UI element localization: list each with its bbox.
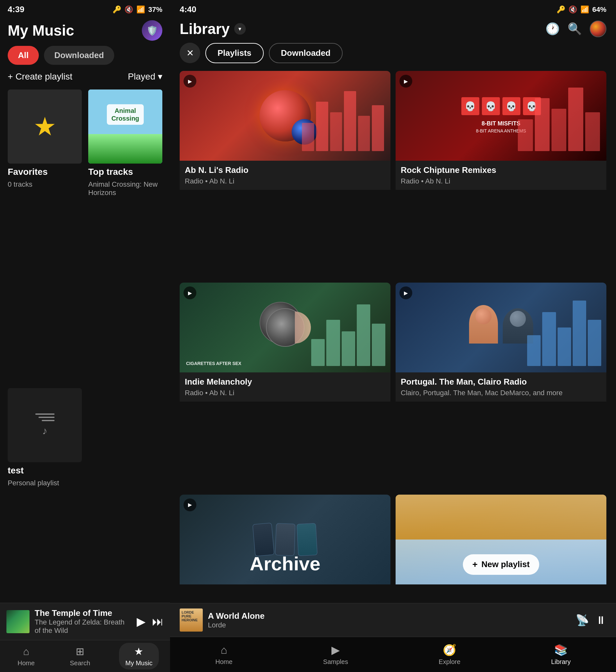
card-thumb-archive: ▶ Archive bbox=[180, 495, 390, 584]
card-info-3: Indie Melancholy Radio • Ab N. Li bbox=[180, 372, 390, 402]
skull-2: 💀 bbox=[482, 97, 500, 115]
card-info-2: Rock Chiptune Remixes Radio • Ab N. Li bbox=[396, 161, 606, 190]
cast-button[interactable]: 📡 bbox=[576, 614, 589, 626]
right-status-bar: 4:40 🔑 🔇 📶 64% bbox=[170, 0, 616, 17]
filter-all-button[interactable]: All bbox=[8, 46, 39, 65]
r-home-icon: ⌂ bbox=[221, 644, 227, 656]
library-chevron-button[interactable]: ▾ bbox=[234, 23, 246, 35]
close-filter-button[interactable]: ✕ bbox=[180, 43, 200, 63]
queue-icon: ♪ bbox=[35, 413, 55, 437]
card-sub-1: Radio • Ab N. Li bbox=[185, 177, 385, 185]
right-page-title: Library bbox=[180, 20, 230, 38]
chevron-down-icon: ▾ bbox=[238, 25, 241, 32]
card-thumb-radio2: ▶ 💀 💀 💀 💀 8-BIT MISFITS8-BIT ARENA ANTHE… bbox=[396, 71, 606, 161]
ac-title-text: AnimalCrossing bbox=[111, 107, 139, 122]
history-button[interactable]: 🕐 bbox=[545, 22, 560, 36]
card-title-2: Rock Chiptune Remixes bbox=[401, 165, 601, 175]
archive-phone-3 bbox=[296, 523, 317, 556]
playlist-item-top-tracks[interactable]: ♪ AnimalCrossing Top tracks Animal Cross… bbox=[88, 89, 162, 382]
play-button[interactable]: ▶ bbox=[137, 615, 146, 628]
left-filter-row: All Downloaded bbox=[0, 46, 170, 71]
ac-title-box: AnimalCrossing bbox=[107, 104, 144, 125]
r-nav-label-explore: Explore bbox=[439, 658, 460, 666]
test-playlist-name: test bbox=[8, 465, 82, 476]
play-badge-2: ▶ bbox=[399, 75, 412, 88]
right-status-icons: 🔑 🔇 📶 64% bbox=[557, 5, 606, 14]
r-explore-icon: 🧭 bbox=[443, 643, 456, 656]
sort-label: Played bbox=[128, 72, 155, 82]
playlist-item-favorites[interactable]: ★ Favorites 0 tracks bbox=[8, 89, 82, 382]
nav-item-my-music[interactable]: ★ My Music bbox=[119, 643, 159, 669]
card-info-4: Portugal. The Man, Clairo Radio Clairo, … bbox=[396, 372, 606, 402]
card-title-1: Ab N. Li's Radio bbox=[185, 165, 385, 175]
lorde-label-2: PURE bbox=[182, 614, 192, 618]
card-sub-2: Radio • Ab N. Li bbox=[401, 177, 601, 185]
nav-label-search: Search bbox=[70, 659, 90, 667]
nav-item-home[interactable]: ⌂ Home bbox=[11, 643, 41, 669]
r-nav-label-home: Home bbox=[215, 658, 232, 666]
cas-label: CIGARETTES AFTER SEX bbox=[186, 361, 241, 366]
left-panel: 4:39 🔑 🔇 📶 37% My Music 🛡️ All Downloade… bbox=[0, 0, 170, 672]
pause-button[interactable]: ⏸ bbox=[595, 614, 606, 626]
filter-downloaded-button[interactable]: Downloaded bbox=[269, 43, 343, 63]
card-indie-melancholy[interactable]: ▶ CIGARETTES AFTER SEX bbox=[180, 283, 390, 489]
person-1 bbox=[469, 305, 498, 344]
right-header-icons: 🕐 🔍 bbox=[545, 21, 606, 37]
left-status-icons: 🔑 🔇 📶 37% bbox=[113, 5, 162, 14]
card-ab-n-li-radio[interactable]: ▶ Ab N. Li's Radio Radio • Ab N. Li bbox=[180, 71, 390, 277]
plus-icon: + bbox=[472, 559, 477, 570]
nav-item-search[interactable]: ⊞ Search bbox=[64, 643, 97, 669]
skip-next-button[interactable]: ⏭ bbox=[152, 615, 164, 628]
wifi-icon: 📶 bbox=[136, 5, 145, 14]
left-time: 4:39 bbox=[8, 4, 24, 14]
sunset-sky bbox=[396, 495, 606, 540]
new-playlist-button[interactable]: + New playlist bbox=[463, 554, 539, 575]
r-library-icon: 📚 bbox=[554, 643, 568, 656]
skull-1: 💀 bbox=[461, 97, 479, 115]
avatar[interactable]: 🛡️ bbox=[142, 20, 162, 41]
archive-phone-2 bbox=[275, 523, 295, 556]
search-icon: ⊞ bbox=[76, 645, 84, 658]
key-icon: 🔑 bbox=[113, 5, 121, 14]
r-nav-item-home[interactable]: ⌂ Home bbox=[215, 644, 232, 666]
mute-icon: 🔇 bbox=[124, 5, 133, 14]
sort-played-button[interactable]: Played ▾ bbox=[128, 71, 162, 82]
left-page-title: My Music bbox=[8, 22, 74, 39]
filter-playlists-button[interactable]: Playlists bbox=[205, 43, 264, 63]
user-avatar[interactable] bbox=[590, 21, 606, 37]
test-playlist-sub: Personal playlist bbox=[8, 479, 82, 487]
r-nav-item-samples[interactable]: ▶ Samples bbox=[323, 643, 348, 666]
r-np-controls: 📡 ⏸ bbox=[576, 614, 606, 626]
card-portugal-radio[interactable]: ▶ bbox=[396, 283, 606, 489]
np-controls: ▶ ⏭ bbox=[137, 615, 164, 628]
r-nav-item-explore[interactable]: 🧭 Explore bbox=[439, 643, 460, 666]
lorde-label-1: LORDE bbox=[182, 610, 194, 614]
np-thumbnail bbox=[6, 610, 30, 633]
right-now-playing-bar[interactable]: LORDE PURE HEROINE A World Alone Lorde 📡… bbox=[170, 603, 616, 637]
card-rock-chiptune[interactable]: ▶ 💀 💀 💀 💀 8-BIT MISFITS8-BIT ARENA ANTHE… bbox=[396, 71, 606, 277]
favorites-sub: 0 tracks bbox=[8, 180, 82, 189]
create-playlist-button[interactable]: + Create playlist bbox=[8, 72, 73, 82]
top-tracks-sub: Animal Crossing: New Horizons bbox=[88, 180, 162, 197]
r-wifi-icon: 📶 bbox=[580, 5, 589, 14]
animal-crossing-art: AnimalCrossing bbox=[88, 89, 162, 164]
top-tracks-name: Top tracks bbox=[88, 167, 162, 177]
playlist-grid: ★ Favorites 0 tracks ♪ AnimalCrossing To… bbox=[0, 89, 170, 672]
sound-bars-3 bbox=[306, 283, 390, 372]
filter-downloaded-button[interactable]: Downloaded bbox=[44, 46, 114, 65]
np-title: The Temple of Time bbox=[35, 608, 132, 618]
battery-icon: 37% bbox=[148, 5, 162, 14]
r-np-subtitle: Lorde bbox=[208, 621, 570, 629]
r-nav-item-library[interactable]: 📚 Library bbox=[551, 643, 571, 666]
face-1 bbox=[475, 308, 492, 324]
left-now-playing-bar[interactable]: The Temple of Time The Legend of Zelda: … bbox=[0, 603, 170, 640]
r-mute-icon: 🔇 bbox=[569, 5, 577, 14]
r-nav-label-library: Library bbox=[551, 658, 571, 666]
lorde-cover-art: LORDE PURE HEROINE bbox=[180, 608, 203, 632]
r-samples-icon: ▶ bbox=[331, 643, 340, 656]
card-thumb-radio1: ▶ bbox=[180, 71, 390, 161]
left-status-bar: 4:39 🔑 🔇 📶 37% bbox=[0, 0, 170, 17]
search-button[interactable]: 🔍 bbox=[568, 22, 582, 36]
sound-bars-1 bbox=[295, 71, 390, 161]
create-row: + Create playlist Played ▾ bbox=[0, 71, 170, 89]
